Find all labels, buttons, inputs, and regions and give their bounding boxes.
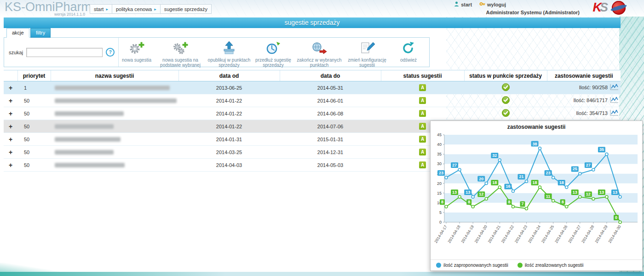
pos-status-ok-icon: [502, 109, 510, 118]
gear-plus-icon: [128, 40, 145, 57]
status-badge: A: [419, 161, 426, 168]
breadcrumb-item-start[interactable]: start ▸: [90, 4, 112, 14]
expand-button[interactable]: +: [4, 94, 17, 107]
svg-text:20: 20: [479, 177, 483, 181]
usage-text: Ilość: 846/1717: [573, 98, 608, 103]
search-input[interactable]: [26, 48, 103, 57]
priority-cell: 50: [17, 146, 51, 159]
svg-text:2014-04-19: 2014-04-19: [460, 224, 475, 244]
clock-icon: [265, 40, 282, 57]
table-row[interactable]: + 50 2014-01-22 2014-06-08 A Ilość: 354/…: [4, 107, 621, 120]
svg-text:8: 8: [441, 200, 443, 204]
svg-text:0: 0: [615, 215, 617, 220]
legend-dot-icon: [436, 263, 441, 268]
svg-text:2014-04-21: 2014-04-21: [487, 224, 501, 244]
expand-button[interactable]: +: [4, 107, 17, 120]
toolbar-button[interactable]: przedłuż sugestię sprzedaży: [252, 38, 294, 67]
svg-text:21: 21: [519, 174, 523, 179]
date-from-cell: 2014-04-03: [178, 159, 280, 172]
usage-chart-panel: zastosowanie sugestii 051015202530354045…: [430, 121, 643, 271]
logout-link[interactable]: wyloguj: [479, 1, 506, 7]
tab-akcje[interactable]: akcje: [6, 28, 29, 38]
col-priorytet[interactable]: priorytet: [17, 70, 51, 81]
svg-text:2014-04-30: 2014-04-30: [607, 224, 622, 244]
breadcrumb-item-polityka-cenowa[interactable]: polityka cenowa ▸: [112, 4, 161, 14]
table-row[interactable]: + 1 2013-06-25 2014-05-31 A Ilość: 90/25…: [4, 81, 621, 94]
date-from-cell: 2014-01-22: [178, 94, 280, 107]
svg-text:11: 11: [546, 194, 551, 199]
svg-text:27: 27: [452, 163, 457, 167]
usage-chart-icon[interactable]: [610, 97, 619, 104]
usage-text: Ilość: 354/713: [576, 110, 608, 116]
col-status-sugestii[interactable]: status sugestii: [381, 70, 464, 81]
toolbar-button[interactable]: zmień konfigurację sugestii: [344, 38, 390, 67]
actions-toolbar: szukaj ? nowa sugestia nowa sugestia na …: [4, 37, 430, 67]
svg-text:8: 8: [508, 200, 510, 204]
search-label: szukaj: [9, 50, 23, 55]
kamsoft-badge-icon: [612, 1, 626, 15]
svg-text:25: 25: [573, 167, 577, 171]
toolbar-button[interactable]: nowa sugestia na podstawie wybranej: [155, 38, 206, 67]
svg-text:13: 13: [452, 190, 457, 195]
col-data-do[interactable]: data do: [280, 70, 381, 81]
svg-text:45: 45: [437, 132, 442, 137]
expand-button[interactable]: +: [4, 120, 17, 133]
expand-button[interactable]: +: [4, 146, 17, 159]
svg-text:18: 18: [533, 180, 537, 185]
expand-button[interactable]: +: [4, 159, 17, 172]
date-from-cell: 2014-01-22: [178, 120, 280, 133]
breadcrumb-arrow-icon: ▸: [106, 7, 108, 12]
col-zastosowanie[interactable]: zastosowanie sugestii: [547, 70, 621, 81]
refresh-icon: [400, 40, 417, 57]
publish-icon: [221, 40, 237, 57]
svg-text:13: 13: [466, 190, 470, 195]
pos-status-ok-icon: [502, 96, 510, 105]
expand-button[interactable]: +: [4, 133, 17, 146]
start-link[interactable]: start: [454, 1, 472, 7]
col-data-od[interactable]: data od: [178, 70, 280, 81]
tab-filtry[interactable]: filtry: [30, 28, 51, 38]
svg-text:8: 8: [562, 200, 564, 204]
breadcrumb-item-sugestie-sprzedazy[interactable]: sugestie sprzedaży: [160, 4, 212, 14]
col-status-w-punkcie[interactable]: status w punkcie sprzedaży: [464, 70, 547, 81]
svg-text:2014-04-20: 2014-04-20: [473, 224, 488, 244]
logged-user-label: Administrator Systemu (Administrator): [486, 10, 580, 15]
legend-dot-icon: [518, 263, 523, 268]
expand-button[interactable]: +: [4, 81, 17, 94]
toolbar-button[interactable]: odśwież: [390, 38, 427, 67]
usage-chart-icon[interactable]: [610, 84, 619, 92]
col-expand: [4, 70, 17, 81]
status-badge: A: [419, 84, 426, 91]
key-icon: [479, 1, 485, 7]
svg-text:35: 35: [437, 152, 442, 156]
col-nazwa-sugestii[interactable]: nazwa sugestii: [51, 70, 178, 81]
redacted-name: [55, 98, 177, 103]
person-icon: [454, 1, 459, 7]
svg-text:2014-04-23: 2014-04-23: [514, 224, 529, 244]
svg-text:32: 32: [492, 153, 497, 158]
usage-chart-icon[interactable]: [610, 109, 619, 117]
toolbar-button[interactable]: zakończ w wybranych punktach: [294, 38, 344, 67]
date-to-cell: 2014-07-06: [280, 120, 381, 133]
svg-text:18: 18: [492, 180, 497, 185]
table-row[interactable]: + 50 2014-01-22 2014-06-01 A Ilość: 846/…: [4, 94, 621, 107]
status-badge: A: [419, 110, 426, 117]
priority-cell: 50: [17, 120, 51, 133]
ks-logo: KS: [592, 0, 608, 15]
redacted-name: [55, 137, 121, 142]
svg-text:2014-04-29: 2014-04-29: [594, 224, 609, 244]
gears-plus-icon: [172, 40, 189, 57]
svg-text:23: 23: [546, 171, 551, 175]
bottom-left-wedge-decoration: [0, 263, 60, 272]
priority-cell: 50: [17, 133, 51, 146]
date-from-cell: 2014-03-25: [178, 146, 280, 159]
toolbar-button[interactable]: nowa sugestia: [119, 38, 155, 67]
help-icon[interactable]: ?: [106, 48, 115, 57]
breadcrumb-arrow-icon: ▸: [154, 7, 156, 12]
priority-cell: 50: [17, 159, 51, 172]
svg-text:2014-04-28: 2014-04-28: [581, 224, 595, 244]
toolbar-button[interactable]: opublikuj w punktach sprzedaży: [206, 38, 252, 67]
chart-title: zastosowanie sugestii: [431, 121, 642, 131]
toolbar-buttons: nowa sugestia nowa sugestia na podstawie…: [118, 38, 429, 67]
svg-text:12: 12: [479, 192, 483, 196]
